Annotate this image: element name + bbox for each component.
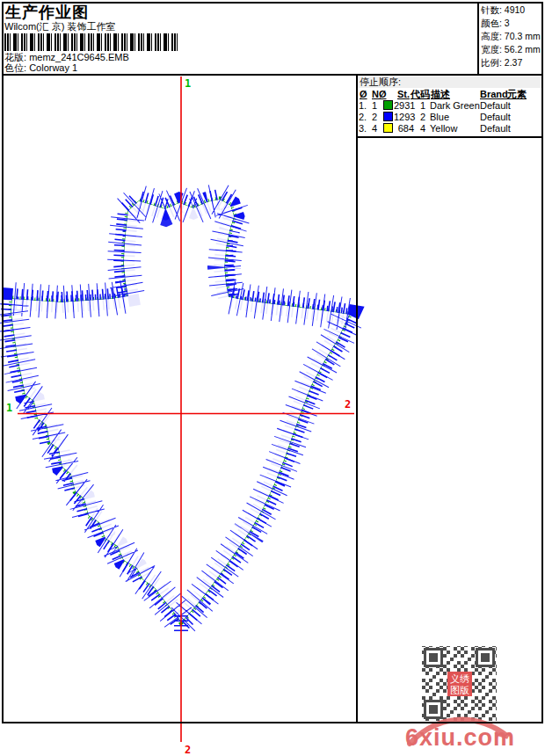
stat-width-label: 宽度: bbox=[481, 44, 502, 55]
col-header-st: St. bbox=[397, 89, 410, 100]
stat-height: 高度: 70.3 mm bbox=[481, 31, 541, 42]
studio-name: Wilcom(汇 京) 装饰工作室 bbox=[4, 21, 116, 33]
row1-brand: Default bbox=[480, 100, 511, 112]
row1-seq: 1. bbox=[359, 100, 367, 112]
row2-code: 2 bbox=[414, 112, 425, 123]
stat-colors-value: 3 bbox=[505, 18, 510, 28]
row1-n: 1 bbox=[372, 100, 377, 112]
stop-sequence-title: 停止顺序: bbox=[360, 76, 401, 88]
pattern-label: 花版: bbox=[4, 52, 26, 62]
table-bottom-border bbox=[356, 136, 543, 138]
row2-seq: 2. bbox=[359, 112, 367, 123]
stat-colors-label: 颜色: bbox=[481, 18, 502, 28]
row3-description: Yellow bbox=[430, 123, 457, 134]
colorway-value: Colorway 1 bbox=[29, 62, 77, 73]
end-marker-bottom: 2 bbox=[185, 744, 191, 756]
row3-code: 4 bbox=[414, 123, 425, 134]
stat-scale-label: 比例: bbox=[481, 57, 502, 68]
stat-stitches-label: 针数: bbox=[481, 4, 502, 15]
row3-seq: 3. bbox=[359, 123, 367, 134]
right-column-divider bbox=[356, 74, 358, 723]
stat-width-value: 56.2 mm bbox=[505, 44, 541, 55]
row1-stitches: 2931 bbox=[394, 100, 414, 112]
stat-height-value: 70.3 mm bbox=[505, 31, 541, 41]
row3-color-swatch bbox=[383, 123, 393, 133]
stat-scale-value: 2.37 bbox=[505, 57, 522, 68]
stat-height-label: 高度: bbox=[481, 31, 502, 41]
row1-code: 1 bbox=[414, 100, 425, 112]
row2-description: Blue bbox=[430, 112, 449, 123]
row1-color-swatch bbox=[383, 100, 393, 110]
stat-stitches-value: 4910 bbox=[505, 4, 525, 15]
col-header-desc: 描述 bbox=[431, 89, 450, 100]
row2-color-swatch bbox=[383, 112, 393, 121]
production-worksheet-page: 1 1 2 2 义绣 图版 生产作业图 Wilcom(汇 京) 装饰工作室 bbox=[0, 0, 545, 756]
page-title: 生产作业图 bbox=[5, 2, 89, 23]
stat-width: 宽度: 56.2 mm bbox=[481, 44, 541, 55]
row3-stitches: 684 bbox=[394, 123, 414, 134]
row1-description: Dark Green bbox=[430, 100, 480, 112]
col-header-code: 代码 bbox=[411, 89, 430, 100]
stat-stitches: 针数: 4910 bbox=[481, 4, 525, 16]
row3-brand: Default bbox=[480, 123, 511, 134]
watermark-text: 6xiu.com bbox=[405, 724, 515, 752]
row3-n: 4 bbox=[372, 123, 377, 134]
pattern-value: memz_241C9645.EMB bbox=[29, 52, 129, 62]
col-header-n: NØ bbox=[372, 89, 387, 100]
colorway-label: 色位: bbox=[4, 62, 26, 73]
colorway-line: 色位: Colorway 1 bbox=[4, 62, 77, 74]
col-header-element: 元素 bbox=[507, 89, 527, 100]
stats-divider bbox=[477, 2, 479, 74]
col-header-brand: Brand bbox=[480, 89, 508, 100]
row2-n: 2 bbox=[372, 112, 377, 123]
col-header-seq: Ø bbox=[360, 89, 367, 100]
barcode bbox=[4, 33, 178, 51]
stat-scale: 比例: 2.37 bbox=[481, 57, 522, 69]
stat-colors: 颜色: 3 bbox=[481, 18, 510, 29]
row2-brand: Default bbox=[480, 112, 511, 123]
row2-stitches: 1293 bbox=[394, 112, 414, 123]
